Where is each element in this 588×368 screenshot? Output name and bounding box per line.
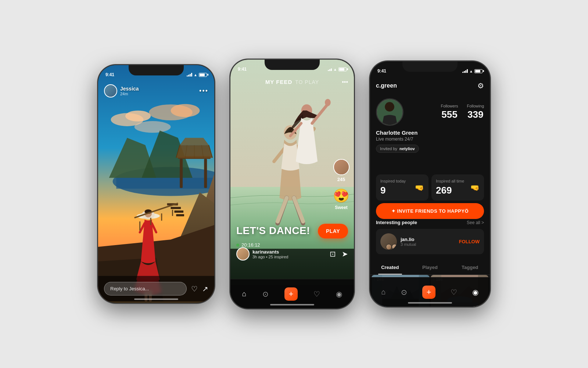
svg-point-6 [171,104,200,117]
nav-profile-2[interactable]: ◉ [336,290,342,298]
flame-icon-all: 🤜 [470,183,480,192]
profile-bio: Live moments 24/7 [376,137,484,142]
svg-point-7 [135,121,171,133]
more-options-btn-2[interactable]: ••• [342,79,348,85]
nav-heart-3[interactable]: ♡ [451,288,457,297]
more-options-btn-1[interactable]: ••• [199,87,208,95]
phone2-user-bar: karinavants 3h ago • 25 inspired ⊡ ➤ [230,247,354,261]
phone-2: 9:41 ▲ MY FEED TO PLAY [230,59,355,309]
signal-icon-2 [328,67,332,71]
phone1-header: Jessica 24m ••• [98,81,214,100]
follow-button[interactable]: FOLLOW [459,239,480,244]
phone-1: 9:41 ▲ [97,64,215,304]
nav-create-3[interactable]: + [422,286,435,299]
status-time-1: 9:41 [105,72,114,77]
person-name: jan.lio [401,237,455,242]
signal-icon-3 [462,69,468,73]
user-info: Jessica 24m [104,84,139,98]
battery-icon-2 [338,67,347,71]
play-button[interactable]: PLAY [318,224,348,238]
status-icons-1: ▲ [187,73,207,77]
status-time-2: 9:41 [238,67,247,72]
followers-stat: Followers 555 [441,104,458,120]
reaction-label: Sweet [335,205,348,210]
followers-count: 555 [441,109,458,120]
timer-text: 20:16:12 [241,242,260,248]
inspired-today-card: Inspired today 9 🤜 [376,174,429,201]
invite-button[interactable]: ✦ INVITE FRIENDS TO HAPPYÖ [376,203,484,219]
wifi-icon-3: ▲ [469,69,473,73]
person-avatar [380,233,397,250]
invited-by-text: Invited by [380,146,397,151]
interesting-people-section: Interesting people See all > jan.lio 3 m… [370,220,490,254]
status-bar-phone3: 9:41 ▲ [370,61,490,78]
inspired-today-value: 9 [380,185,406,196]
nav-home-3[interactable]: ⌂ [381,288,386,296]
bookmark-icon[interactable]: ⊡ [330,250,336,258]
nav-search-2[interactable]: ⊙ [262,290,269,298]
nav-home-2[interactable]: ⌂ [242,290,247,298]
status-icons-2: ▲ [328,67,347,71]
svg-rect-14 [204,159,207,188]
nav-search-3[interactable]: ⊙ [401,288,407,297]
interesting-title: Interesting people [376,220,417,225]
phone-1-screen: 9:41 ▲ [98,65,214,303]
plus-icon-3: + [427,287,431,297]
svg-rect-2 [116,178,214,189]
nav-profile-3[interactable]: ◉ [472,288,478,297]
inspired-all-card: Inspired all time 269 🤜 [431,174,484,201]
svg-point-54 [325,99,331,106]
status-bar-phone2: 9:41 ▲ [230,60,354,76]
inspired-today-label: Inspired today [380,179,406,183]
svg-rect-24 [174,210,183,213]
svg-rect-23 [171,207,181,209]
phone-2-screen: 9:41 ▲ MY FEED TO PLAY [230,60,354,308]
following-label: Following [467,104,484,108]
profile-full-name: Charlotte Green [376,130,484,136]
see-all-link[interactable]: See all > [467,220,484,225]
status-bar-phone1: 9:41 ▲ [98,65,214,81]
profile-icon-3: ◉ [472,288,478,297]
flame-icon-today: 🤜 [415,183,424,192]
tab-created[interactable]: Created [370,260,410,275]
profile-tabs: Created Played Tagged [370,260,490,275]
phone-3: 9:41 ▲ c.green ⚙ [369,61,491,307]
reaction-emoji: 😍 [333,188,349,204]
share-icon[interactable]: ↗ [202,284,208,293]
inviter-name[interactable]: netyliov [399,146,415,151]
svg-rect-13 [180,159,183,188]
search-icon-3: ⊙ [401,288,407,297]
user-name-jessica: Jessica [120,86,139,92]
svg-point-4 [125,110,151,121]
home-indicator-2 [270,304,314,305]
creator-username[interactable]: karinavants [252,249,288,255]
creator-info: karinavants 3h ago • 25 inspired [236,247,288,261]
svg-rect-25 [176,214,184,216]
reply-input[interactable]: Reply to Jessica... [104,282,187,296]
status-icons-3: ▲ [462,69,483,73]
feed-subtitle: TO PLAY [295,79,319,85]
reaction-panel: 245 😍 Sweet [333,159,349,210]
following-count: 339 [467,109,484,120]
signal-icon-1 [187,73,192,77]
timer-bar: 20:16:12 [236,242,260,248]
send-icon[interactable]: ➤ [342,250,348,258]
nav-create-2[interactable]: + [284,287,298,301]
search-icon-2: ⊙ [262,290,269,298]
creator-avatar [236,247,250,261]
wifi-icon-1: ▲ [194,73,197,77]
settings-icon[interactable]: ⚙ [477,81,484,90]
heart-icon-2: ♡ [313,290,320,298]
invited-badge: Invited by netyliov [376,145,419,153]
profile-avatar [376,98,404,126]
profile-username: c.green [376,82,397,89]
creator-meta: 3h ago • 25 inspired [252,255,288,259]
tab-played[interactable]: Played [410,260,450,275]
home-icon-2: ⌂ [242,290,247,298]
nav-heart-2[interactable]: ♡ [313,290,320,298]
like-icon[interactable]: ♡ [191,284,198,293]
tab-tagged[interactable]: Tagged [450,260,490,275]
inspired-all-value: 269 [436,185,464,196]
person-mutual: 3 mutual [401,242,455,247]
phone1-bottom-bar: Reply to Jessica... ♡ ↗ [98,282,214,296]
